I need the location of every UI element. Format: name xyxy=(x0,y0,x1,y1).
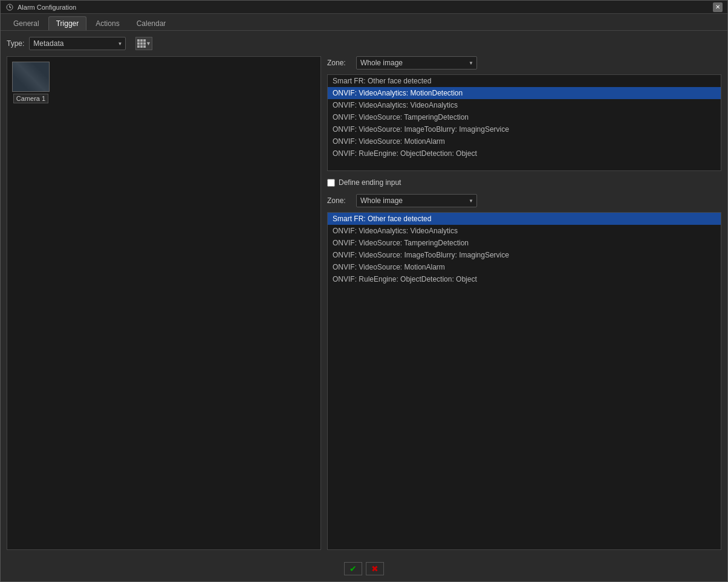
type-row: Type: Metadata Motion Input ▼ xyxy=(7,37,721,50)
tabs-bar: General Trigger Actions Calendar xyxy=(1,14,727,31)
cancel-icon: ✖ xyxy=(371,564,379,574)
main-panels: Camera 1 Zone: Whole image Zone 1 Zone 2 xyxy=(7,56,721,550)
camera-list-panel: Camera 1 xyxy=(7,56,321,550)
grid-dots-icon xyxy=(137,39,146,48)
event-item[interactable]: ONVIF: RuleEngine: ObjectDetection: Obje… xyxy=(328,273,721,285)
event-item[interactable]: Smart FR: Other face detected xyxy=(328,213,721,225)
define-ending-row: Define ending input xyxy=(327,176,721,189)
lower-zone-label: Zone: xyxy=(327,196,351,205)
type-select[interactable]: Metadata Motion Input xyxy=(29,37,126,50)
upper-zone-select[interactable]: Whole image Zone 1 Zone 2 xyxy=(356,56,477,70)
alarm-icon xyxy=(5,3,14,11)
type-label: Type: xyxy=(7,39,24,48)
cancel-button[interactable]: ✖ xyxy=(366,562,384,575)
type-select-wrapper: Metadata Motion Input xyxy=(29,37,126,50)
event-item[interactable]: ONVIF: VideoSource: ImageTooBlurry: Imag… xyxy=(328,249,721,261)
tab-actions[interactable]: Actions xyxy=(88,16,127,30)
grid-dropdown-arrow: ▼ xyxy=(146,40,151,47)
upper-zone-row: Zone: Whole image Zone 1 Zone 2 xyxy=(327,56,721,70)
lower-zone-row: Zone: Whole image Zone 1 Zone 2 xyxy=(327,194,721,207)
define-ending-checkbox[interactable] xyxy=(327,179,335,187)
alarm-configuration-window: Alarm Configuration ✕ General Trigger Ac… xyxy=(0,0,728,582)
lower-event-list[interactable]: Smart FR: Other face detected ONVIF: Vid… xyxy=(327,212,721,550)
lower-zone-select-wrapper: Whole image Zone 1 Zone 2 xyxy=(356,194,477,207)
tab-general[interactable]: General xyxy=(5,16,47,30)
ok-button[interactable]: ✔ xyxy=(344,562,362,575)
lower-zone-select[interactable]: Whole image Zone 1 Zone 2 xyxy=(356,194,477,207)
content-area: Type: Metadata Motion Input ▼ xyxy=(1,31,727,556)
title-bar: Alarm Configuration ✕ xyxy=(1,1,727,14)
event-item[interactable]: ONVIF: VideoSource: MotionAlarm xyxy=(328,261,721,273)
camera-item[interactable]: Camera 1 xyxy=(12,62,50,103)
title-bar-left: Alarm Configuration xyxy=(5,3,76,11)
upper-zone-select-wrapper: Whole image Zone 1 Zone 2 xyxy=(356,56,477,70)
camera-label: Camera 1 xyxy=(13,94,48,103)
event-item[interactable]: ONVIF: VideoAnalytics: VideoAnalytics xyxy=(328,225,721,237)
tab-trigger[interactable]: Trigger xyxy=(48,16,87,30)
event-item[interactable]: ONVIF: VideoSource: MotionAlarm xyxy=(328,135,721,147)
event-item[interactable]: Smart FR: Other face detected xyxy=(328,75,721,87)
event-item[interactable]: ONVIF: VideoSource: TamperingDetection xyxy=(328,237,721,249)
close-button[interactable]: ✕ xyxy=(713,2,723,12)
event-item[interactable]: ONVIF: RuleEngine: ObjectDetection: Obje… xyxy=(328,147,721,160)
event-item[interactable]: ONVIF: VideoSource: ImageTooBlurry: Imag… xyxy=(328,123,721,135)
camera-thumbnail xyxy=(12,62,50,92)
ok-icon: ✔ xyxy=(349,564,357,574)
event-item[interactable]: ONVIF: VideoAnalytics: VideoAnalytics xyxy=(328,99,721,111)
right-panel: Zone: Whole image Zone 1 Zone 2 Smart FR… xyxy=(327,56,721,550)
define-ending-label: Define ending input xyxy=(339,178,401,187)
upper-event-list[interactable]: Smart FR: Other face detected ONVIF: Vid… xyxy=(327,74,721,171)
footer-buttons: ✔ ✖ xyxy=(1,556,727,581)
event-item[interactable]: ONVIF: VideoSource: TamperingDetection xyxy=(328,111,721,123)
svg-line-2 xyxy=(10,7,11,8)
window-title: Alarm Configuration xyxy=(18,4,76,11)
tab-calendar[interactable]: Calendar xyxy=(129,16,174,30)
event-item[interactable]: ONVIF: VideoAnalytics: MotionDetection xyxy=(328,87,721,99)
camera-thumb-visual xyxy=(13,62,49,91)
upper-zone-label: Zone: xyxy=(327,59,351,67)
grid-layout-button[interactable]: ▼ xyxy=(135,37,152,50)
